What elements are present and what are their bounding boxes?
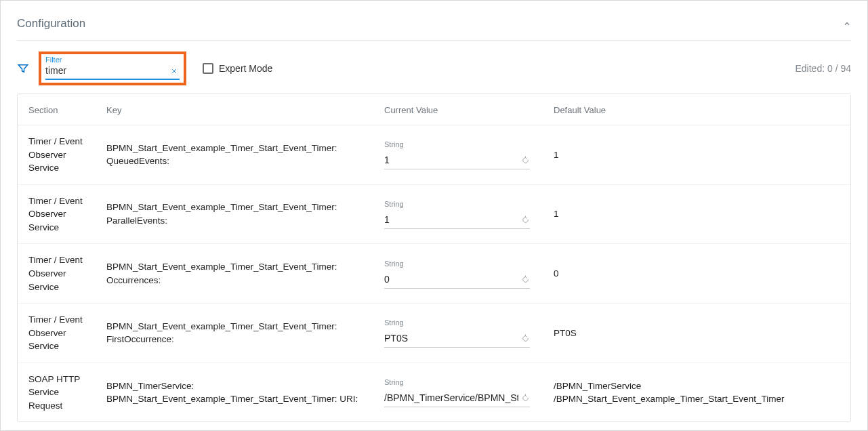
table-row: Timer / Event Observer ServiceBPMN_Start…: [18, 304, 850, 363]
current-value-input[interactable]: [384, 390, 518, 407]
current-value-input[interactable]: [384, 211, 518, 228]
reset-value-icon[interactable]: [521, 156, 530, 165]
current-value-input[interactable]: [384, 152, 518, 169]
config-table: Section Key Current Value Default Value …: [17, 94, 851, 422]
edited-counter: Edited: 0 / 94: [795, 63, 851, 74]
cell-section: SOAP HTTP Service Request: [18, 363, 96, 422]
col-header-current-value[interactable]: Current Value: [373, 94, 543, 125]
current-value-input[interactable]: [384, 330, 518, 347]
cell-default-value: 1: [543, 125, 850, 185]
panel-title: Configuration: [17, 17, 85, 30]
table-row: Timer / Event Observer ServiceBPMN_Start…: [18, 184, 850, 244]
value-type-label: String: [384, 377, 532, 388]
filter-icon[interactable]: [17, 62, 29, 75]
cell-default-value: 1: [543, 184, 850, 244]
col-header-section[interactable]: Section: [18, 94, 96, 125]
cell-default-value: /BPMN_TimerService /BPMN_Start_Event_exa…: [543, 363, 850, 422]
table-row: Timer / Event Observer ServiceBPMN_Start…: [18, 125, 850, 185]
reset-value-icon[interactable]: [521, 334, 530, 343]
table-row: Timer / Event Observer ServiceBPMN_Start…: [18, 244, 850, 304]
value-type-label: String: [384, 140, 532, 150]
col-header-default-value[interactable]: Default Value: [543, 94, 850, 125]
collapse-icon[interactable]: [843, 20, 851, 28]
expert-mode-label: Expert Mode: [219, 63, 272, 74]
cell-key: BPMN_Start_Event_example_Timer_Start_Eve…: [96, 304, 373, 363]
reset-value-icon[interactable]: [521, 394, 530, 403]
cell-current-value: String: [373, 125, 543, 185]
col-header-key[interactable]: Key: [96, 94, 373, 125]
cell-current-value: String: [373, 304, 543, 363]
table-row: SOAP HTTP Service RequestBPMN_TimerServi…: [18, 363, 850, 422]
cell-section: Timer / Event Observer Service: [18, 304, 96, 363]
cell-section: Timer / Event Observer Service: [18, 184, 96, 244]
cell-key: BPMN_Start_Event_example_Timer_Start_Eve…: [96, 125, 373, 185]
filter-label: Filter: [45, 56, 180, 64]
cell-current-value: String: [373, 184, 543, 244]
reset-value-icon[interactable]: [521, 275, 530, 284]
toolbar: Filter Expert Mode Edited: 0 / 94: [17, 50, 851, 87]
value-type-label: String: [384, 259, 532, 270]
filter-input[interactable]: [45, 64, 169, 79]
clear-filter-icon[interactable]: [169, 67, 180, 75]
value-type-label: String: [384, 318, 532, 329]
cell-section: Timer / Event Observer Service: [18, 244, 96, 304]
value-type-label: String: [384, 199, 532, 210]
cell-section: Timer / Event Observer Service: [18, 125, 96, 185]
checkbox-icon[interactable]: [203, 63, 213, 74]
expert-mode-toggle[interactable]: Expert Mode: [203, 63, 272, 74]
cell-key: BPMN_Start_Event_example_Timer_Start_Eve…: [96, 184, 373, 244]
filter-field-highlight: Filter: [39, 52, 186, 85]
cell-default-value: PT0S: [543, 304, 850, 363]
divider: [17, 40, 851, 41]
reset-value-icon[interactable]: [521, 216, 530, 224]
panel-header: Configuration: [17, 17, 851, 30]
cell-current-value: String: [373, 244, 543, 304]
current-value-input[interactable]: [384, 271, 518, 288]
cell-key: BPMN_TimerService: BPMN_Start_Event_exam…: [96, 363, 373, 422]
cell-current-value: String: [373, 363, 543, 422]
cell-default-value: 0: [543, 244, 850, 304]
cell-key: BPMN_Start_Event_example_Timer_Start_Eve…: [96, 244, 373, 304]
